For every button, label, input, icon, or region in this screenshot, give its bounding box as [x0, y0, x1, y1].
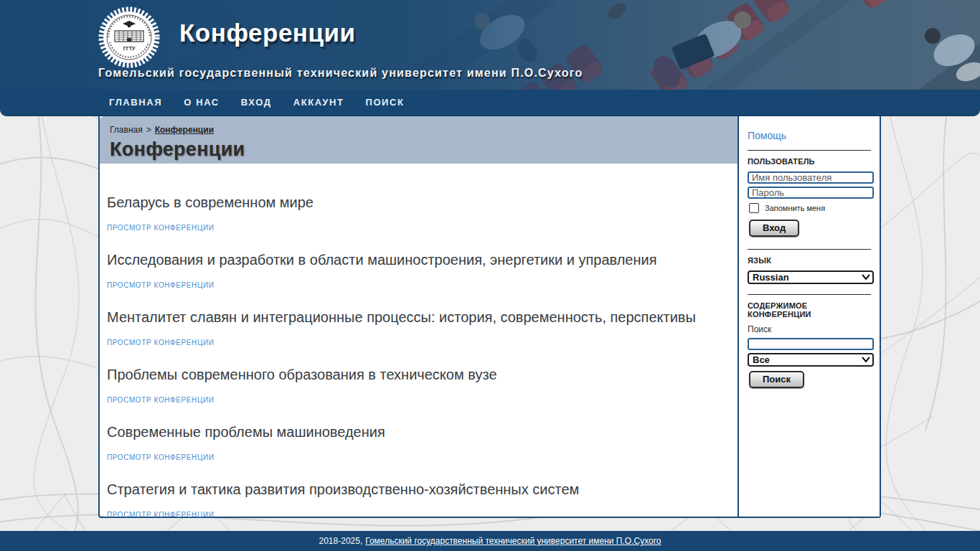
breadcrumb-separator: > — [146, 125, 151, 135]
list-item: Исследования и разработки в области маши… — [107, 251, 720, 291]
list-item: Проблемы современного образования в техн… — [107, 366, 720, 405]
site-title: Конференции — [179, 19, 356, 47]
breadcrumb-current-link[interactable]: Конференции — [155, 125, 214, 135]
conference-title: Стратегия и тактика развития производств… — [107, 481, 720, 498]
list-item: Менталитет славян и интеграционные проце… — [107, 309, 720, 348]
main-navigation: ГЛАВНАЯ О НАС ВХОД АККАУНТ ПОИСК — [0, 90, 980, 116]
nav-item-home[interactable]: ГЛАВНАЯ — [98, 90, 173, 116]
search-scope-select[interactable]: Все — [748, 353, 874, 367]
page-title: Конференции — [110, 138, 738, 161]
sidebar: Помощь ПОЛЬЗОВАТЕЛЬ Запомнить меня Вход … — [738, 116, 880, 517]
nav-item-login[interactable]: ВХОД — [230, 90, 283, 116]
username-input[interactable] — [748, 171, 874, 184]
footer: 2018-2025, Гомельский государственный те… — [0, 531, 980, 551]
page: ГГТУ Конференции Гомельский государствен… — [0, 0, 980, 551]
remember-me-checkbox[interactable] — [749, 203, 759, 213]
view-conference-link[interactable]: ПРОСМОТР КОНФЕРЕНЦИИ — [107, 339, 215, 347]
breadcrumb-home-link[interactable]: Главная — [110, 125, 143, 135]
search-input[interactable] — [748, 338, 874, 350]
main-column: Главная>Конференции Конференции Беларусь… — [100, 116, 738, 517]
content-container: Главная>Конференции Конференции Беларусь… — [98, 116, 881, 518]
sidebar-divider — [748, 150, 871, 151]
remember-me-row: Запомнить меня — [749, 203, 873, 213]
remember-me-label: Запомнить меня — [765, 204, 825, 212]
conference-list: Беларусь в современном мире ПРОСМОТР КОН… — [100, 164, 738, 520]
site-subtitle: Гомельский государственный технический у… — [98, 67, 583, 80]
content-block-heading: СОДЕРЖИМОЕ КОНФЕРЕНЦИИ — [748, 301, 873, 319]
header-banner: ГГТУ Конференции Гомельский государствен… — [0, 0, 980, 90]
conference-title: Современные проблемы машиноведения — [107, 423, 720, 441]
list-item: Современные проблемы машиноведения ПРОСМ… — [107, 423, 720, 463]
conference-title: Проблемы современного образования в техн… — [107, 366, 720, 383]
sidebar-divider — [748, 294, 871, 295]
login-button[interactable]: Вход — [749, 220, 799, 237]
breadcrumb: Главная>Конференции — [110, 125, 738, 135]
list-item: Стратегия и тактика развития производств… — [107, 481, 720, 520]
sidebar-divider — [748, 249, 871, 250]
view-conference-link[interactable]: ПРОСМОТР КОНФЕРЕНЦИИ — [107, 511, 215, 519]
conference-title: Беларусь в современном мире — [107, 194, 720, 211]
nav-item-about[interactable]: О НАС — [173, 90, 230, 116]
search-label: Поиск — [748, 324, 873, 334]
password-input[interactable] — [748, 187, 874, 199]
view-conference-link[interactable]: ПРОСМОТР КОНФЕРЕНЦИИ — [107, 453, 215, 462]
footer-years: 2018-2025, — [319, 536, 363, 546]
view-conference-link[interactable]: ПРОСМОТР КОНФЕРЕНЦИИ — [107, 281, 215, 290]
nav-item-account[interactable]: АККАУНТ — [283, 90, 355, 116]
language-block-heading: ЯЗЫК — [748, 256, 873, 265]
view-conference-link[interactable]: ПРОСМОТР КОНФЕРЕНЦИИ — [107, 396, 215, 405]
nav-item-search[interactable]: ПОИСК — [354, 90, 415, 116]
user-block-heading: ПОЛЬЗОВАТЕЛЬ — [748, 157, 873, 166]
list-item: Беларусь в современном мире ПРОСМОТР КОН… — [107, 194, 720, 233]
view-conference-link[interactable]: ПРОСМОТР КОНФЕРЕНЦИИ — [107, 224, 215, 232]
university-logo: ГГТУ — [98, 6, 160, 68]
conference-title: Исследования и разработки в области маши… — [107, 251, 720, 268]
svg-text:ГГТУ: ГГТУ — [123, 46, 136, 51]
conference-title: Менталитет славян и интеграционные проце… — [107, 309, 720, 326]
page-header-strip: Главная>Конференции Конференции — [100, 116, 738, 164]
search-button[interactable]: Поиск — [749, 371, 804, 388]
footer-university-link[interactable]: Гомельский государственный технический у… — [365, 536, 661, 546]
language-select[interactable]: Russian — [748, 270, 874, 284]
help-link[interactable]: Помощь — [748, 130, 786, 141]
